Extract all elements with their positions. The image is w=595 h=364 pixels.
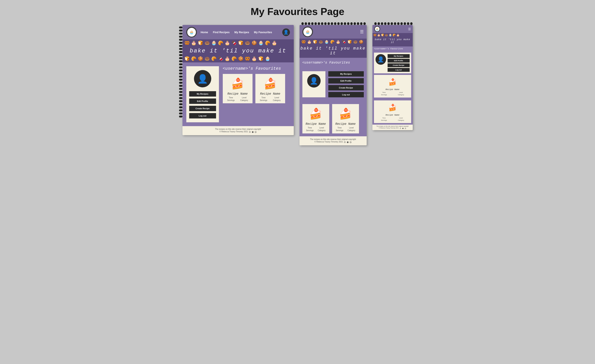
food-emoji: 🍪: [359, 40, 363, 44]
my-recipes-button[interactable]: My Recipes: [328, 71, 364, 77]
time-label: Time: [304, 127, 316, 129]
hamburger-icon[interactable]: ☰: [360, 29, 364, 34]
food-emoji: 🥐: [231, 56, 237, 61]
top-coil: [384, 22, 386, 25]
github-icon[interactable]: ⊙: [249, 130, 251, 133]
spiral-coil: [179, 70, 183, 71]
food-emoji: 🍩: [205, 41, 210, 45]
instagram-icon[interactable]: ◎: [405, 127, 406, 129]
mobile-hero-banner: 🥨 🎂 🍞 🍩 🧁 🥐 🎂 bake it 'til you make it: [372, 33, 413, 46]
spiral-coil: [179, 88, 183, 90]
page-title: My Favourites Page: [251, 6, 344, 17]
mobile-notebook-inner: 🧁 ☰ 🥨 🎂 🍞 🍩 🧁 🥐 🎂 bake it 'til you make …: [372, 25, 413, 130]
top-coil: [327, 22, 330, 25]
food-emoji: 🍞: [347, 40, 352, 44]
food-emoji: 🧁: [258, 41, 263, 45]
food-emoji: 🎂: [252, 56, 257, 61]
desktop-navbar: 🧁 Home Find Recipes My Recipes My Favour…: [183, 25, 294, 39]
github-icon[interactable]: ⊙: [400, 127, 401, 129]
recipe-card[interactable]: 🍰 Recipe Name Time Level Servings Catego…: [223, 74, 253, 103]
recipe-card[interactable]: 🍰 Recipe Name Time Level Servings Catego…: [255, 74, 285, 103]
food-emoji: 🥨: [184, 41, 190, 45]
chat-icon[interactable]: ◉: [402, 127, 404, 129]
tablet-navbar: 🧁 ☰: [299, 25, 367, 39]
top-coil: [334, 22, 336, 25]
level-label: Level: [393, 117, 409, 119]
footer-social: © Rebecca Tracey-Timoney 2021 ⊙ ◉ ◎: [186, 130, 290, 133]
tablet-nav-logo: 🧁: [302, 27, 313, 37]
instagram-icon[interactable]: ◎: [350, 141, 352, 143]
user-icon-symbol: 👤: [283, 30, 289, 35]
recipe-card[interactable]: 🍰 Recipe Name Time Level Servings Catego…: [332, 104, 359, 133]
logout-button[interactable]: Log out: [388, 68, 410, 72]
top-coil: [301, 22, 304, 25]
nav-my-recipes[interactable]: My Recipes: [234, 31, 249, 34]
footer-copyright-1: The recipes on this site reserve their o…: [373, 126, 412, 127]
tablet-hero-banner: 🥨 🎂 🍞 🍩 🧁 🥐 🎂 🍫 🍞 🍩 🍪 bake it 'til you m…: [299, 39, 367, 58]
chat-icon[interactable]: ◉: [347, 141, 349, 143]
side-spiral: [179, 25, 183, 135]
edit-profile-button[interactable]: Edit Profile: [189, 99, 216, 104]
spiral-coil: [179, 76, 183, 78]
tablet-profile-buttons: My Recipes Edit Profile Create Recipe Lo…: [328, 71, 364, 97]
cupcake-icon: 🧁: [189, 30, 194, 35]
recipe-card[interactable]: 🍰 Recipe Name Time Level Servings Catego…: [374, 75, 411, 98]
mobile-recipe-cards-grid: 🍰 Recipe Name Time Level Servings Catego…: [374, 75, 411, 123]
food-emoji: 🍫: [218, 56, 223, 61]
nav-logo: 🧁: [186, 27, 197, 37]
recipe-card[interactable]: 🍰 Recipe Name Time Level Servings Catego…: [302, 104, 329, 133]
nav-my-favourites[interactable]: My Favourites: [254, 31, 272, 34]
create-recipe-button[interactable]: Create Recipe: [388, 63, 410, 67]
spiral-coil: [179, 109, 183, 111]
github-icon[interactable]: ⊙: [344, 141, 346, 143]
recipe-card-name: Recipe Name: [385, 114, 399, 116]
level-label: Level: [316, 127, 327, 129]
spiral-coil: [179, 33, 183, 35]
instagram-icon[interactable]: ◎: [255, 130, 256, 133]
top-coil: [344, 22, 346, 25]
logout-button[interactable]: Log out: [328, 92, 364, 97]
logout-button[interactable]: Log out: [189, 113, 216, 118]
nav-links: Home Find Recipes My Recipes My Favourit…: [201, 31, 278, 34]
avatar: 👤: [194, 70, 211, 87]
spiral-coil: [179, 115, 183, 117]
create-recipe-button[interactable]: Create Recipe: [189, 106, 216, 111]
recipe-card-image: 🍰: [227, 76, 248, 91]
top-coil: [400, 22, 403, 25]
servings-label: Servings: [334, 129, 345, 131]
spiral-coil: [179, 106, 183, 108]
footer-copyright-1: The recipes on this site reserve their o…: [303, 138, 363, 140]
my-recipes-button[interactable]: My Recipes: [189, 91, 216, 97]
edit-profile-button[interactable]: Edit Profile: [328, 78, 364, 84]
footer-copyright-1: The recipes on this site reserve their o…: [186, 128, 290, 130]
nav-user-icon[interactable]: 👤: [282, 29, 290, 36]
top-coil: [381, 22, 383, 25]
my-recipes-button[interactable]: My Recipes: [388, 54, 410, 58]
time-label: Time: [376, 92, 392, 93]
food-emoji: 🍞: [313, 40, 317, 44]
avatar: 👤: [375, 54, 386, 65]
nav-home[interactable]: Home: [201, 31, 208, 34]
tablet-footer: The recipes on this site reserve their o…: [299, 136, 367, 145]
recipe-card-name: Recipe Name: [385, 88, 399, 91]
edit-profile-button[interactable]: Edit Profile: [388, 59, 410, 63]
food-emoji: 🎂: [225, 56, 230, 61]
create-recipe-button[interactable]: Create Recipe: [328, 85, 364, 90]
top-coil: [374, 22, 377, 25]
category-label: Category: [270, 99, 283, 101]
recipe-card[interactable]: 🍰 Recipe Name Time Level Servings Catego…: [374, 100, 411, 123]
recipe-meta: Time Level Servings Category: [334, 127, 357, 131]
servings-label: Servings: [376, 94, 392, 96]
level-label: Level: [238, 97, 251, 99]
mobile-nav-logo: 🧁: [374, 26, 380, 32]
food-emoji: 🥐: [191, 56, 196, 61]
food-emoji: 🍞: [258, 56, 263, 61]
top-spiral: [299, 22, 367, 25]
top-coil: [337, 22, 340, 25]
recipe-card-name: Recipe Name: [260, 92, 280, 96]
food-emoji: 🧁: [389, 34, 392, 36]
hamburger-icon[interactable]: ☰: [408, 27, 411, 31]
nav-find-recipes[interactable]: Find Recipes: [213, 31, 229, 34]
spiral-coil: [179, 103, 183, 105]
chat-icon[interactable]: ◉: [252, 130, 254, 133]
